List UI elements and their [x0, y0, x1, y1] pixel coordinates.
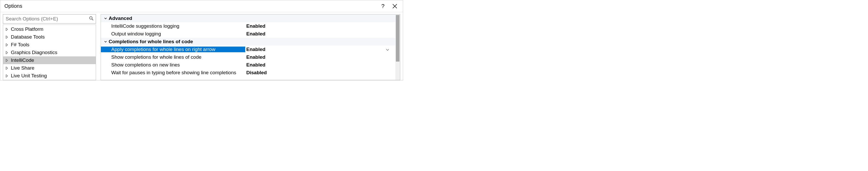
property-value-text: Enabled	[246, 31, 266, 37]
svg-point-0	[90, 16, 92, 19]
property-grid: AdvancedIntelliCode suggestions loggingE…	[101, 14, 395, 80]
tree-item[interactable]: Graphics Diagnostics	[3, 48, 96, 57]
group-header[interactable]: Completions for whole lines of code	[101, 38, 395, 45]
left-pane: Cross PlatformDatabase ToolsF# ToolsGrap…	[3, 14, 96, 80]
expand-icon	[6, 58, 9, 63]
options-dialog: Options ? Cross PlatformDatabase ToolsF#…	[0, 0, 403, 80]
tree-item[interactable]: Live Unit Testing	[3, 72, 96, 80]
property-value[interactable]: Disabled	[245, 70, 395, 75]
property-label: Apply completions for whole lines on rig…	[101, 46, 245, 52]
dialog-body: Cross PlatformDatabase ToolsF# ToolsGrap…	[0, 12, 403, 80]
property-row[interactable]: Output window loggingEnabled	[101, 30, 395, 38]
expand-icon	[6, 34, 9, 40]
chevron-down-icon	[103, 17, 108, 20]
tree-item-label: Live Unit Testing	[11, 73, 47, 79]
window-title: Options	[4, 3, 377, 9]
close-icon	[393, 4, 397, 8]
tree-item[interactable]: Database Tools	[3, 33, 96, 41]
group-header-label: Completions for whole lines of code	[108, 39, 193, 44]
property-row[interactable]: Apply completions for whole lines on rig…	[101, 45, 395, 53]
search-box[interactable]	[3, 14, 96, 24]
chevron-down-icon	[103, 40, 108, 43]
group-header[interactable]: Advanced	[101, 14, 395, 22]
tree-item[interactable]: IntelliCode	[3, 57, 96, 64]
property-value-text: Enabled	[246, 62, 266, 68]
property-row[interactable]: IntelliCode suggestions loggingEnabled	[101, 22, 395, 30]
tree-item-label: IntelliCode	[11, 58, 34, 63]
property-grid-pane: AdvancedIntelliCode suggestions loggingE…	[101, 14, 400, 80]
property-value-text: Enabled	[246, 54, 266, 60]
property-value[interactable]: Enabled	[245, 31, 395, 37]
property-label: Show completions for whole lines of code	[101, 54, 245, 60]
tree-item-label: Graphics Diagnostics	[11, 50, 57, 55]
property-value-text: Enabled	[246, 23, 266, 29]
scrollbar-thumb[interactable]	[396, 15, 399, 62]
property-row[interactable]: Show completions on new linesEnabled	[101, 61, 395, 69]
property-label: Wait for pauses in typing before showing…	[101, 70, 245, 75]
property-label: IntelliCode suggestions logging	[101, 23, 245, 29]
close-button[interactable]	[389, 0, 401, 12]
property-label: Output window logging	[101, 31, 245, 37]
dropdown-icon[interactable]	[386, 46, 389, 52]
expand-icon	[6, 26, 9, 32]
expand-icon	[6, 73, 9, 79]
scrollbar-vertical[interactable]	[395, 14, 400, 80]
property-row[interactable]: Show completions for whole lines of code…	[101, 53, 395, 61]
tree-item-label: F# Tools	[11, 42, 29, 47]
help-button[interactable]: ?	[377, 0, 389, 12]
tree-item[interactable]: F# Tools	[3, 41, 96, 48]
tree-item[interactable]: Live Share	[3, 64, 96, 72]
group-header-label: Advanced	[108, 15, 132, 21]
tree-item[interactable]: Cross Platform	[3, 25, 96, 33]
expand-icon	[6, 50, 9, 55]
tree-item-label: Live Share	[11, 65, 34, 71]
property-value[interactable]: Enabled	[245, 62, 395, 68]
property-value-text: Disabled	[246, 70, 267, 75]
search-icon	[89, 16, 94, 22]
expand-icon	[6, 42, 9, 47]
property-value[interactable]: Enabled	[245, 54, 395, 60]
category-tree[interactable]: Cross PlatformDatabase ToolsF# ToolsGrap…	[3, 25, 96, 80]
titlebar: Options ?	[0, 0, 403, 12]
property-value-text: Enabled	[246, 46, 266, 52]
property-value[interactable]: Enabled	[245, 23, 395, 29]
tree-item-label: Cross Platform	[11, 26, 43, 32]
tree-item-label: Database Tools	[11, 34, 45, 40]
search-input[interactable]	[6, 16, 86, 22]
expand-icon	[6, 65, 9, 71]
property-label: Show completions on new lines	[101, 62, 245, 68]
svg-line-1	[92, 19, 93, 20]
property-row[interactable]: Wait for pauses in typing before showing…	[101, 69, 395, 76]
property-value[interactable]: Enabled	[245, 46, 395, 52]
